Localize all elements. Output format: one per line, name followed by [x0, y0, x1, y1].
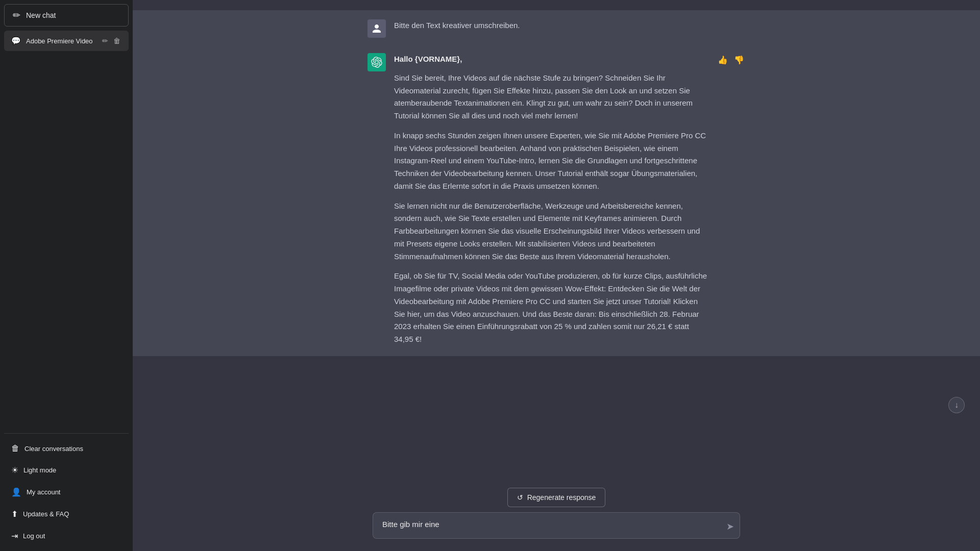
chat-icon: 💬	[11, 36, 21, 45]
updates-faq-label: Updates & FAQ	[23, 510, 69, 518]
thumbs-up-button[interactable]: 👍	[717, 54, 729, 66]
sidebar: ✏ New chat 💬 Adobe Premiere Video ✏ 🗑 🗑 …	[0, 0, 133, 551]
conversation-item[interactable]: 💬 Adobe Premiere Video ✏ 🗑	[4, 31, 129, 51]
sidebar-item-my-account[interactable]: 👤 My account	[4, 481, 129, 503]
partial-user-message-wrapper: Bitte den Text kreativer umschreiben.	[133, 10, 980, 43]
trash-icon: 🗑	[11, 444, 19, 453]
send-icon: ➤	[726, 521, 734, 532]
assistant-message-content: Hallo {VORNAME}, Sind Sie bereit, Ihre V…	[394, 53, 708, 346]
sidebar-bottom: 🗑 Clear conversations ☀ Light mode 👤 My …	[4, 433, 129, 547]
send-button[interactable]: ➤	[726, 521, 734, 532]
bottom-area: ↺ Regenerate response Bitte gib mir eine…	[133, 480, 980, 551]
message-actions: 👍 👎	[717, 53, 745, 66]
chat-area[interactable]: Bitte den Text kreativer umschreiben. Ha…	[133, 0, 980, 480]
clear-conversations-label: Clear conversations	[24, 445, 83, 453]
sidebar-item-clear-conversations[interactable]: 🗑 Clear conversations	[4, 438, 129, 459]
main-content: Bitte den Text kreativer umschreiben. Ha…	[133, 0, 980, 551]
conversation-actions: ✏ 🗑	[101, 36, 121, 46]
assistant-greeting: Hallo {VORNAME},	[394, 53, 708, 66]
partial-user-text: Bitte den Text kreativer umschreiben.	[394, 19, 745, 32]
sidebar-top: ✏ New chat 💬 Adobe Premiere Video ✏ 🗑	[4, 4, 129, 433]
log-out-label: Log out	[23, 532, 45, 540]
user-avatar	[368, 19, 386, 38]
sidebar-item-light-mode[interactable]: ☀ Light mode	[4, 459, 129, 481]
sidebar-item-log-out[interactable]: ⇥ Log out	[4, 525, 129, 547]
regenerate-response-button[interactable]: ↺ Regenerate response	[507, 488, 606, 507]
thumbs-down-button[interactable]: 👎	[733, 54, 745, 66]
new-chat-button[interactable]: ✏ New chat	[4, 4, 129, 27]
assistant-paragraph-2: In knapp sechs Stunden zeigen Ihnen unse…	[394, 130, 708, 193]
regenerate-label: Regenerate response	[527, 493, 596, 502]
assistant-paragraph-3: Sie lernen nicht nur die Benutzeroberflä…	[394, 200, 708, 263]
logout-icon: ⇥	[11, 531, 18, 541]
refresh-icon: ↺	[517, 493, 523, 502]
chevron-down-icon: ↓	[954, 400, 959, 410]
assistant-message: Hallo {VORNAME}, Sind Sie bereit, Ihre V…	[357, 43, 755, 356]
assistant-paragraph-1: Sind Sie bereit, Ihre Videos auf die näc…	[394, 72, 708, 122]
plus-icon: ✏	[12, 11, 21, 20]
updates-icon: ⬆	[11, 509, 18, 519]
chat-input[interactable]: Bitte gib mir eine	[373, 512, 740, 539]
edit-conversation-button[interactable]: ✏	[101, 36, 109, 46]
input-wrapper: Bitte gib mir eine ➤	[373, 512, 740, 541]
sidebar-item-updates-faq[interactable]: ⬆ Updates & FAQ	[4, 503, 129, 525]
conversation-label: Adobe Premiere Video	[26, 37, 96, 45]
assistant-message-wrapper: Hallo {VORNAME}, Sind Sie bereit, Ihre V…	[133, 43, 980, 356]
scroll-down-button[interactable]: ↓	[948, 397, 965, 413]
light-mode-label: Light mode	[23, 466, 56, 474]
user-icon: 👤	[11, 487, 21, 497]
delete-conversation-button[interactable]: 🗑	[112, 36, 121, 46]
gpt-avatar	[368, 53, 386, 71]
my-account-label: My account	[27, 488, 60, 496]
partial-user-message: Bitte den Text kreativer umschreiben.	[357, 14, 755, 43]
sun-icon: ☀	[11, 465, 18, 475]
assistant-paragraph-4: Egal, ob Sie für TV, Social Media oder Y…	[394, 270, 708, 346]
new-chat-label: New chat	[26, 11, 56, 19]
